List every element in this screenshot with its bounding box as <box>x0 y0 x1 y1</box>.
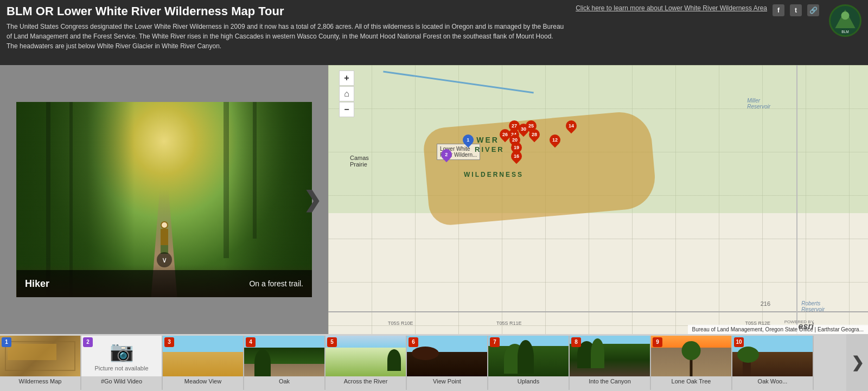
caption-description: On a forest trail. <box>249 279 303 288</box>
thumb-label-9: Lone Oak Tree <box>672 378 711 385</box>
facebook-icon[interactable]: f <box>773 4 784 16</box>
river-map-label: RIVER <box>475 145 505 153</box>
blm-logo: BLM <box>829 4 861 37</box>
esri-logo: esri <box>799 322 814 331</box>
camas-prairie-label: CamasPrairie <box>350 155 369 168</box>
caption-title: Hiker <box>25 278 49 290</box>
coord-t05s-r11e: T05S R11E <box>496 321 522 326</box>
thumb-img-1 <box>0 336 81 376</box>
main-content: ∨ Hiker On a forest trail. ❯ Lower White… <box>0 65 868 334</box>
thumb-badge-5: 5 <box>327 337 337 347</box>
photo-container: ∨ Hiker On a forest trail. <box>16 102 312 297</box>
thumb-img-6 <box>407 336 488 376</box>
thumb-2[interactable]: 2 📷 Picture not available #Go Wild Video <box>81 336 163 390</box>
thumb-badge-7: 7 <box>490 337 500 347</box>
thumb-badge-2: 2 <box>83 337 93 347</box>
thumb-label-2: #Go Wild Video <box>101 378 142 385</box>
thumb-label-7: Uplands <box>518 378 539 385</box>
thumb-badge-8: 8 <box>571 337 581 347</box>
thumb-img-10 <box>732 336 813 376</box>
route-216-label: 216 <box>761 300 770 307</box>
strip-next-arrow[interactable]: ❯ <box>846 334 868 391</box>
thumb-label-4: Oak <box>279 378 290 385</box>
thumb-1[interactable]: 1 Wilderness Map <box>0 336 81 390</box>
thumb-img-2: 📷 Picture not available <box>81 336 162 376</box>
camera-icon: 📷 <box>110 340 134 363</box>
thumb-5[interactable]: 5 Across the River <box>326 336 407 390</box>
thumb-label-8: Into the Canyon <box>589 378 631 385</box>
thumb-img-4 <box>244 336 325 376</box>
thumb-label-10: Oak Woo... <box>758 378 788 385</box>
thumb-3[interactable]: 3 Meadow View <box>163 336 244 390</box>
photo-caption: Hiker On a forest trail. <box>16 270 312 297</box>
thumb-10[interactable]: 10 Oak Woo... <box>732 336 814 390</box>
thumb-badge-3: 3 <box>164 337 174 347</box>
wilderness-overlay <box>422 110 658 227</box>
thumb-4[interactable]: 4 Oak <box>244 336 326 390</box>
header-left: BLM OR Lower White River Wilderness Map … <box>7 4 565 51</box>
thumb-6[interactable]: 6 View Point <box>407 336 488 390</box>
header: BLM OR Lower White River Wilderness Map … <box>0 0 868 65</box>
thumb-label-1: Wilderness Map <box>19 378 62 385</box>
thumb-img-7 <box>488 336 569 376</box>
map-area: Lower White River Wildern... L WER RIVER… <box>328 65 868 334</box>
thumb-img-9 <box>651 336 732 376</box>
share-link-icon[interactable]: 🔗 <box>807 4 819 16</box>
thumb-badge-9: 9 <box>653 337 662 347</box>
thumb-9[interactable]: 9 Lone Oak Tree <box>651 336 732 390</box>
thumb-badge-4: 4 <box>246 337 256 347</box>
collapse-button[interactable]: ∨ <box>157 252 172 267</box>
thumb-img-3 <box>163 336 244 376</box>
thumb-label-3: Meadow View <box>184 378 221 385</box>
header-right: Click here to learn more about Lower Whi… <box>576 4 861 37</box>
next-photo-arrow[interactable]: ❯ <box>303 187 322 212</box>
thumb-label-5: Across the River <box>344 378 388 385</box>
learn-more-link[interactable]: Click here to learn more about Lower Whi… <box>576 4 767 12</box>
svg-point-2 <box>841 11 850 20</box>
miller-reservoir-label: MillerReservoir <box>747 98 770 110</box>
home-button[interactable]: ⌂ <box>339 86 354 101</box>
thumb-label-6: View Point <box>433 378 461 385</box>
thumb-badge-1: 1 <box>2 337 11 347</box>
page-title: BLM OR Lower White River Wilderness Map … <box>7 4 565 18</box>
map-controls: + ⌂ − <box>339 70 354 117</box>
thumbnail-strip: 1 Wilderness Map 2 📷 Picture not availab… <box>0 334 868 391</box>
map-attribution: Bureau of Land Management, Oregon State … <box>688 325 868 334</box>
collapse-icon: ∨ <box>162 255 167 264</box>
map-background: Lower White River Wildern... L WER RIVER… <box>328 65 868 334</box>
thumb-img-5 <box>326 336 406 376</box>
twitter-icon[interactable]: t <box>790 4 802 16</box>
hiker-figure <box>158 221 171 254</box>
photo-image <box>16 102 312 297</box>
thumb-8[interactable]: 8 Into the Canyon <box>570 336 651 390</box>
photo-panel: ∨ Hiker On a forest trail. ❯ <box>0 65 328 334</box>
thumb-badge-10: 10 <box>734 337 744 347</box>
roberts-reservoir-label: RobertsReservoir <box>801 300 825 312</box>
wilderness-map-label: WILDERNESS <box>464 171 524 178</box>
zoom-out-button[interactable]: − <box>339 102 354 117</box>
header-description: The United States Congress designated th… <box>7 22 565 51</box>
thumb-7[interactable]: 7 Uplands <box>488 336 570 390</box>
zoom-in-button[interactable]: + <box>339 70 354 86</box>
thumb-img-8 <box>570 336 650 376</box>
coord-t05s-r10e: T05S R10E <box>388 321 413 326</box>
na-text: Picture not available <box>94 365 148 371</box>
thumb-badge-6: 6 <box>409 337 418 347</box>
svg-text:BLM: BLM <box>841 30 848 34</box>
